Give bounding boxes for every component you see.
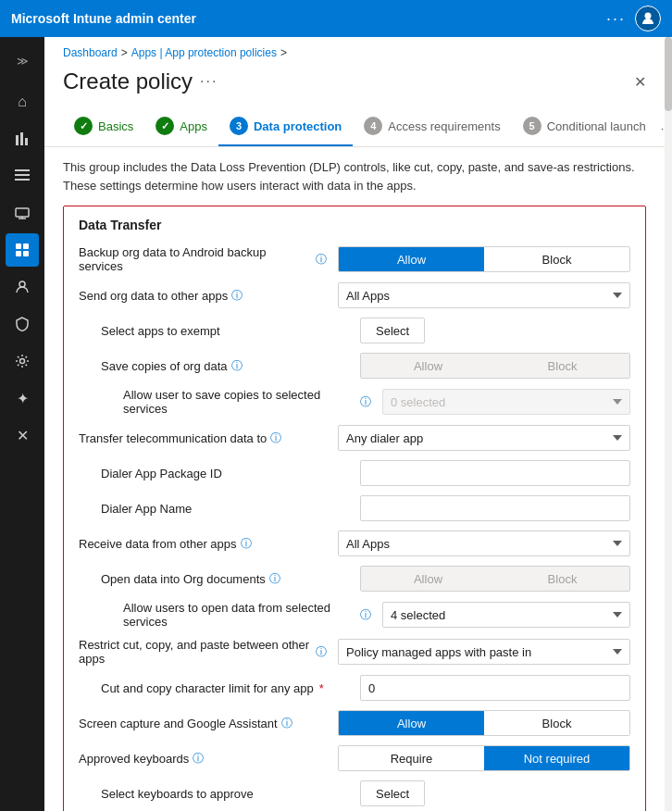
row-dialer-name: Dialer App Name [79, 495, 630, 521]
toggle-save-allow[interactable]: Allow [361, 354, 495, 378]
info-icon-open-data[interactable]: ⓘ [269, 571, 280, 587]
tab-access[interactable]: 4 Access requirements [353, 109, 511, 146]
info-icon-send-org[interactable]: ⓘ [231, 288, 243, 304]
tab-launch[interactable]: 5 Conditional launch [512, 109, 657, 146]
sidebar-item-chart[interactable] [6, 122, 39, 156]
info-icon-kb[interactable]: ⓘ [193, 751, 204, 767]
row-screen-capture: Screen capture and Google Assistant ⓘ Al… [79, 710, 630, 736]
step-circle-apps: ✓ [156, 117, 174, 135]
dropdown-send-org[interactable]: All Apps [338, 282, 630, 308]
dropdown-restrict-cut[interactable]: Policy managed apps with paste in [338, 639, 630, 665]
sidebar-item-close[interactable]: ✕ [6, 418, 39, 452]
tab-apps[interactable]: ✓ Apps [144, 109, 218, 146]
select-keyboards-button[interactable]: Select [360, 780, 425, 806]
info-icon-receive[interactable]: ⓘ [241, 536, 252, 552]
step-circle-access: 4 [364, 117, 382, 135]
toggle-kb-require[interactable]: Require [339, 746, 484, 770]
row-approved-keyboards: Approved keyboards ⓘ Require Not require… [79, 745, 630, 771]
svg-rect-10 [16, 243, 21, 249]
row-receive-data: Receive data from other apps ⓘ All Apps [79, 530, 630, 556]
info-icon-screen[interactable]: ⓘ [281, 716, 292, 731]
toggle-backup-allow[interactable]: Allow [339, 247, 484, 271]
svg-point-15 [20, 359, 25, 364]
avatar[interactable] [635, 6, 661, 31]
dropdown-telecom[interactable]: Any dialer app [338, 425, 630, 451]
page-header-dots[interactable]: ··· [200, 73, 218, 90]
info-icon-telecom[interactable]: ⓘ [270, 430, 281, 446]
input-cut-copy-limit[interactable] [360, 675, 630, 701]
breadcrumb-sep1: > [121, 46, 128, 59]
label-allow-save: Allow user to save copies to selected se… [123, 388, 356, 416]
breadcrumb-dashboard[interactable]: Dashboard [63, 46, 118, 59]
toggle-screen-block[interactable]: Block [484, 711, 629, 735]
label-receive-data: Receive data from other apps [79, 537, 237, 551]
row-select-exempt: Select apps to exempt Select [79, 318, 630, 343]
row-send-org: Send org data to other apps ⓘ All Apps [79, 282, 630, 308]
sidebar-item-users[interactable] [6, 270, 39, 304]
info-icon-allow-save[interactable]: ⓘ [360, 394, 371, 410]
toggle-open-block[interactable]: Block [495, 567, 629, 591]
svg-rect-12 [16, 251, 21, 256]
tab-data-protection[interactable]: 3 Data protection [218, 109, 353, 146]
section-title: Data Transfer [79, 218, 630, 232]
info-icon-backup[interactable]: ⓘ [316, 252, 327, 268]
label-screen-capture: Screen capture and Google Assistant [79, 717, 278, 730]
input-dialer-name[interactable] [360, 495, 630, 521]
scroll-thumb [665, 37, 672, 111]
row-dialer-pkg: Dialer App Package ID [79, 460, 630, 486]
wizard-more[interactable]: ··· [657, 114, 665, 143]
breadcrumb-sep2: > [280, 46, 287, 59]
toggle-backup-block[interactable]: Block [484, 247, 629, 271]
sidebar: ≫ ⌂ ✦ ✕ [0, 37, 44, 811]
toggle-save-block[interactable]: Block [495, 354, 629, 378]
svg-rect-3 [25, 138, 28, 145]
step-circle-launch: 5 [523, 117, 541, 135]
toggle-screen: Allow Block [338, 710, 630, 736]
label-backup-org: Backup org data to Android backup servic… [79, 245, 312, 273]
tab-basics[interactable]: ✓ Basics [63, 109, 144, 146]
step-circle-basics: ✓ [74, 117, 93, 135]
label-send-org: Send org data to other apps [79, 289, 228, 303]
row-save-copies: Save copies of org data ⓘ Allow Block [79, 353, 630, 379]
toggle-screen-allow[interactable]: Allow [339, 711, 484, 735]
toggle-kb-not-required[interactable]: Not required [484, 746, 629, 770]
close-button[interactable]: ✕ [634, 73, 646, 91]
step-circle-data: 3 [230, 117, 248, 135]
info-icon-restrict-cut[interactable]: ⓘ [316, 644, 327, 660]
dropdown-open-selected[interactable]: 4 selected [382, 602, 630, 628]
tab-access-label: Access requirements [388, 119, 500, 133]
sidebar-item-security[interactable] [6, 307, 39, 341]
svg-rect-6 [15, 179, 30, 181]
row-backup-org-data: Backup org data to Android backup servic… [79, 245, 630, 273]
label-restrict-cut: Restrict cut, copy, and paste between ot… [79, 638, 312, 666]
sidebar-expand[interactable]: ≫ [6, 44, 39, 78]
row-restrict-cut: Restrict cut, copy, and paste between ot… [79, 638, 630, 666]
scrollbar[interactable] [665, 37, 672, 811]
select-exempt-button[interactable]: Select [360, 318, 425, 343]
sidebar-item-home[interactable]: ⌂ [6, 85, 39, 119]
sidebar-item-apps[interactable] [6, 233, 39, 267]
row-allow-save-copies: Allow user to save copies to selected se… [79, 388, 630, 416]
svg-rect-11 [23, 243, 29, 249]
sidebar-item-devices[interactable] [6, 196, 39, 230]
sidebar-item-list[interactable] [6, 159, 39, 193]
sidebar-item-settings[interactable] [6, 344, 39, 378]
required-asterisk: * [319, 681, 324, 695]
tab-data-label: Data protection [254, 119, 342, 133]
info-icon-open-selected[interactable]: ⓘ [360, 607, 371, 623]
sidebar-item-star[interactable]: ✦ [6, 381, 39, 415]
input-dialer-pkg[interactable] [360, 460, 630, 486]
dropdown-receive[interactable]: All Apps [338, 530, 630, 556]
svg-rect-1 [16, 135, 19, 145]
info-icon-save-copies[interactable]: ⓘ [231, 358, 243, 374]
row-transfer-telecom: Transfer telecommunication data to ⓘ Any… [79, 425, 630, 451]
label-select-keyboards: Select keyboards to approve [101, 787, 254, 801]
info-text: This group includes the Data Loss Preven… [44, 158, 665, 206]
toggle-open-allow[interactable]: Allow [361, 567, 495, 591]
breadcrumb-apps[interactable]: Apps | App protection policies [131, 46, 277, 59]
top-dots[interactable]: ··· [606, 9, 626, 29]
label-save-copies: Save copies of org data [101, 359, 228, 373]
row-cut-copy-limit: Cut and copy character limit for any app… [79, 675, 630, 701]
dropdown-allow-save[interactable]: 0 selected [382, 389, 630, 415]
toggle-save-copies: Allow Block [360, 353, 630, 379]
